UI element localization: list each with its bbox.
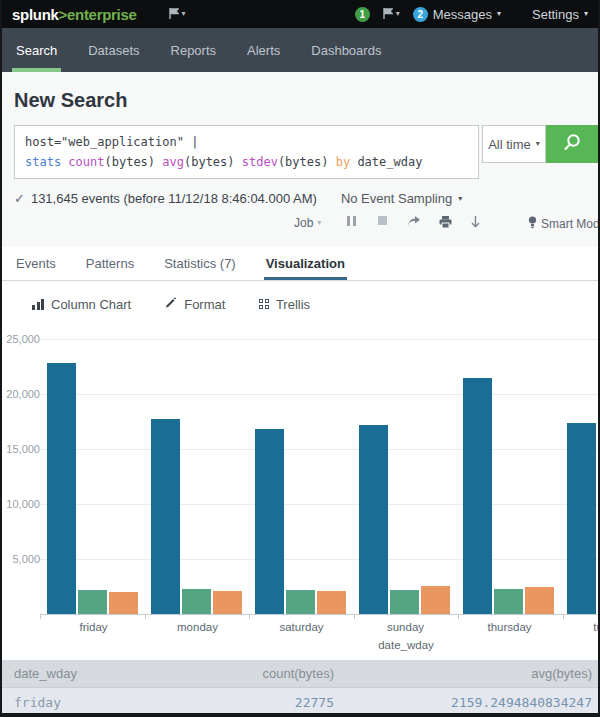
table-cell[interactable]: friday	[14, 695, 224, 710]
logo-enterprise-text: >enterprise	[59, 6, 137, 23]
search-query-input[interactable]: host="web_application" |stats count(byte…	[14, 125, 479, 179]
nav-item-alerts[interactable]: Alerts	[245, 28, 282, 72]
primary-nav: SearchDatasetsReportsAlertsDashboards	[2, 28, 598, 72]
y-axis-tick-label: 5,000	[4, 553, 40, 565]
chart-gridline	[40, 559, 598, 560]
column-header-date-wday[interactable]: date_wday	[14, 666, 224, 681]
time-range-picker[interactable]: All time ▾	[482, 125, 546, 163]
nav-item-search[interactable]: Search	[14, 28, 59, 72]
format-label: Format	[184, 297, 225, 312]
events-summary: 131,645 events (before 11/12/18 8:46:04.…	[31, 191, 317, 206]
pause-button[interactable]	[347, 216, 356, 226]
x-axis-category-label: monday	[177, 621, 218, 633]
chart-gridline	[40, 394, 598, 395]
query-token: avg	[162, 155, 184, 169]
x-axis-category-label: tuesday	[593, 621, 598, 633]
bar-stdev-bytes-sunday[interactable]	[421, 586, 450, 614]
nav-item-dashboards[interactable]: Dashboards	[309, 28, 383, 72]
x-axis-category-label: friday	[79, 621, 107, 633]
x-axis-tick	[458, 615, 459, 619]
event-sampling-menu[interactable]: No Event Sampling ▾	[341, 191, 462, 206]
column-header-avg-bytes[interactable]: avg(bytes)	[334, 666, 592, 681]
table-cell[interactable]: 2159.2494840834247	[334, 695, 592, 710]
lightbulb-icon	[528, 216, 537, 232]
y-axis-tick-label: 15,000	[4, 443, 40, 455]
bar-stdev-bytes-monday[interactable]	[213, 591, 242, 614]
nav-item-label: Alerts	[247, 43, 280, 58]
job-menu[interactable]: Job ▾	[294, 216, 321, 230]
query-token: (bytes)	[278, 155, 336, 169]
notification-badge[interactable]: 1	[355, 7, 370, 22]
x-axis-category-label: saturday	[279, 621, 323, 633]
job-controls-bar: Job ▾ Smart Mode	[2, 208, 598, 238]
bar-avg-bytes-friday[interactable]	[78, 590, 107, 614]
job-label: Job	[294, 216, 313, 230]
bar-count-bytes-sunday[interactable]	[359, 425, 388, 614]
active-nav-underline	[12, 68, 61, 72]
tab-events[interactable]: Events	[14, 256, 58, 280]
bar-count-bytes-monday[interactable]	[151, 419, 180, 614]
user-flag-menu[interactable]: ▾	[383, 5, 400, 23]
splunk-logo[interactable]: splunk>enterprise	[12, 6, 137, 23]
bar-avg-bytes-saturday[interactable]	[286, 590, 315, 614]
search-button[interactable]	[546, 125, 598, 163]
stop-icon	[378, 216, 387, 225]
bar-count-bytes-thursday[interactable]	[463, 378, 492, 614]
logo-splunk-text: splunk	[12, 6, 59, 23]
bar-stdev-bytes-friday[interactable]	[109, 592, 138, 614]
search-mode-menu[interactable]: Smart Mode	[528, 216, 600, 232]
format-button[interactable]: Format	[165, 297, 225, 312]
export-button[interactable]	[470, 216, 481, 232]
bar-count-bytes-friday[interactable]	[47, 363, 76, 614]
trellis-button[interactable]: Trellis	[259, 297, 310, 312]
nav-item-datasets[interactable]: Datasets	[86, 28, 141, 72]
trellis-grid-icon	[259, 299, 269, 309]
x-axis-title: date_wday	[378, 639, 434, 651]
print-button[interactable]	[439, 216, 452, 231]
query-token: stdev	[242, 155, 278, 169]
query-line: host="web_application" |	[25, 132, 468, 152]
results-tabs: EventsPatternsStatistics (7)Visualizatio…	[2, 247, 598, 281]
table-cell[interactable]: 22775	[224, 695, 334, 710]
chart-gridline	[40, 449, 598, 450]
search-icon	[561, 132, 583, 157]
column-header-count-bytes[interactable]: count(bytes)	[224, 666, 334, 681]
messages-menu[interactable]: 2 Messages ▾	[413, 7, 501, 22]
download-icon	[470, 216, 481, 232]
bar-stdev-bytes-thursday[interactable]	[525, 587, 554, 615]
flag-icon	[383, 5, 393, 23]
events-summary-bar: ✓ 131,645 events (before 11/12/18 8:46:0…	[2, 179, 598, 208]
query-token: date_wday	[357, 155, 422, 169]
bar-avg-bytes-monday[interactable]	[182, 589, 211, 614]
share-button[interactable]	[407, 216, 421, 231]
bar-count-bytes-saturday[interactable]	[255, 429, 284, 614]
page-title: New Search	[2, 72, 598, 125]
trellis-label: Trellis	[276, 297, 310, 312]
table-row[interactable]: friday227752159.2494840834247	[2, 688, 598, 716]
bar-avg-bytes-thursday[interactable]	[494, 589, 523, 614]
chart-type-button[interactable]: Column Chart	[32, 297, 131, 312]
settings-label: Settings	[532, 7, 579, 22]
top-bar: splunk>enterprise ▾ 1 ▾ 2 Messages ▾ Set…	[2, 0, 598, 28]
nav-item-label: Datasets	[88, 43, 139, 58]
bar-count-bytes-tuesday[interactable]	[567, 423, 596, 614]
chevron-down-icon: ▾	[497, 10, 501, 18]
chart-gridline	[40, 339, 598, 340]
activity-flag-menu[interactable]: ▾	[169, 5, 186, 23]
bar-stdev-bytes-saturday[interactable]	[317, 591, 346, 614]
tab-statistics-7[interactable]: Statistics (7)	[162, 256, 238, 280]
x-axis-tick	[563, 615, 564, 619]
query-line: stats count(bytes) avg(bytes) stdev(byte…	[25, 152, 468, 172]
bar-avg-bytes-sunday[interactable]	[390, 590, 419, 614]
search-bar-row: host="web_application" |stats count(byte…	[2, 125, 598, 179]
statistics-table: date_wdaycount(bytes)avg(bytes)friday227…	[2, 660, 598, 716]
nav-item-reports[interactable]: Reports	[169, 28, 219, 72]
y-axis-tick-label: 10,000	[4, 498, 40, 510]
settings-menu[interactable]: Settings ▾	[532, 7, 588, 22]
query-token: stats	[25, 155, 68, 169]
messages-count-badge: 2	[413, 7, 428, 22]
tab-visualization[interactable]: Visualization	[264, 256, 347, 280]
stop-button[interactable]	[378, 216, 387, 225]
tab-patterns[interactable]: Patterns	[84, 256, 136, 280]
chart-gridline	[40, 504, 598, 505]
